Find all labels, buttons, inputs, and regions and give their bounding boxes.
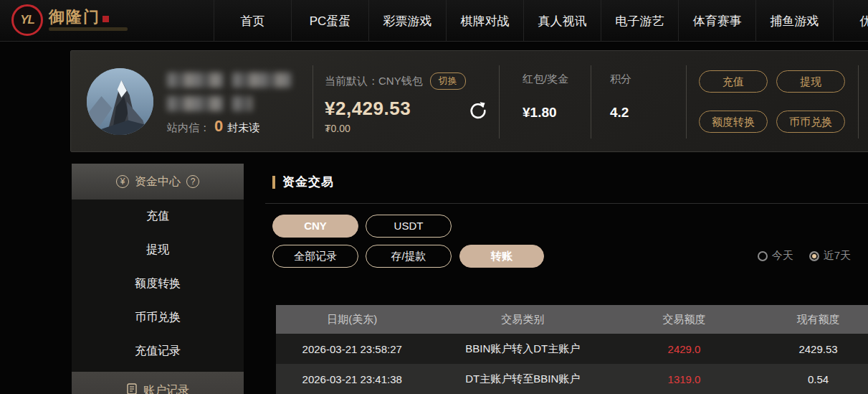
inbox-status: 站内信： 0 封未读: [167, 117, 259, 136]
page: { "brand": { "monogram": "YL", "name": "…: [0, 0, 868, 394]
col-header-balance: 现有额度: [751, 305, 868, 334]
bonus-label: 红包/奖金: [523, 72, 568, 86]
nav-item-live-casino[interactable]: 真人视讯: [523, 0, 601, 42]
redacted-block: [167, 96, 223, 111]
points-label: 积分: [610, 72, 631, 86]
radio-last-7-days[interactable]: 近7天: [809, 249, 851, 263]
cell-date: 2026-03-21 23:58:27: [276, 334, 429, 364]
transactions-table: 日期(美东) 交易类别 交易额度 现有额度 2026-03-21 23:58:2…: [276, 305, 868, 394]
sidebar-item-deposit[interactable]: 充值: [72, 200, 244, 233]
divider: [858, 65, 859, 139]
withdraw-button[interactable]: 提现: [776, 70, 845, 93]
refresh-balance-button[interactable]: [467, 100, 490, 123]
nav-item-promotions[interactable]: 优惠: [833, 0, 868, 42]
brand-logo-icon: YL: [11, 4, 43, 36]
bonus-value: ¥1.80: [523, 105, 568, 121]
divider: [686, 65, 687, 139]
page-title: 资金交易: [282, 174, 334, 190]
cell-balance: 0.54: [751, 364, 868, 394]
nav-item-sports[interactable]: 体育赛事: [678, 0, 755, 42]
inbox-unread-count[interactable]: 0: [214, 117, 223, 136]
sidebar-item-account-records[interactable]: 账户记录: [72, 372, 244, 394]
brand-name-text: 御隆门: [49, 8, 100, 26]
main-content: 资金交易 CNY USDT 全部记录 存/提款 转账 今天 近7天 日期(美东)…: [265, 164, 868, 394]
nav-item-board-games[interactable]: 棋牌对战: [446, 0, 523, 42]
tab-filter-transfer[interactable]: 转账: [459, 245, 544, 268]
cell-amount: 1319.0: [617, 364, 751, 394]
table-header-row: 日期(美东) 交易类别 交易额度 现有额度: [276, 305, 868, 334]
username-redacted: [167, 72, 291, 88]
nav-item-fishing[interactable]: 捕鱼游戏: [755, 0, 833, 42]
inbox-suffix: 封未读: [227, 121, 259, 135]
tab-currency-usdt[interactable]: USDT: [366, 215, 452, 238]
bonus-section: 红包/奖金 ¥1.80: [523, 72, 568, 121]
avatar-mountain-image: [87, 68, 153, 135]
redacted-block: [167, 72, 223, 88]
cell-type: DT主账户转至BBIN账户: [429, 364, 618, 394]
table-row[interactable]: 2026-03-21 23:58:27 BBIN账户转入DT主账户 2429.0…: [276, 334, 868, 364]
brand-seal-icon: [102, 16, 109, 22]
brand-logo[interactable]: YL 御隆门: [11, 4, 128, 36]
document-icon: [126, 383, 138, 394]
col-header-amount: 交易额度: [617, 305, 751, 334]
col-header-date: 日期(美东): [276, 305, 429, 334]
sidebar-header-funds-center: ¥ 资金中心 ?: [72, 164, 244, 200]
divider: [265, 203, 868, 204]
divider: [313, 65, 313, 139]
radio-today[interactable]: 今天: [758, 249, 793, 263]
points-section: 积分 4.2: [610, 72, 631, 121]
nav-item-pc-egg[interactable]: PC蛋蛋: [291, 0, 368, 42]
cell-date: 2026-03-21 23:41:38: [276, 364, 429, 394]
points-value: 4.2: [610, 105, 631, 121]
wallet-balance-cny: ¥2,429.53: [325, 98, 466, 120]
tab-currency-cny[interactable]: CNY: [272, 215, 358, 238]
sidebar-item-quota-transfer[interactable]: 额度转换: [72, 267, 244, 301]
wallet-default-label: 当前默认：CNY钱包: [325, 75, 423, 88]
divider: [499, 65, 500, 139]
main-nav: 首页 PC蛋蛋 彩票游戏 棋牌对战 真人视讯 电子游艺 体育赛事 捕鱼游戏 优惠: [214, 0, 868, 42]
section-title-row: 资金交易: [272, 174, 334, 190]
wallet-switch-button[interactable]: 切换: [430, 72, 466, 90]
inbox-label: 站内信：: [167, 121, 210, 135]
user-summary-panel: 站内信： 0 封未读 当前默认：CNY钱包 切换 ¥2,429.53 ₮0.00…: [70, 50, 868, 152]
col-header-type: 交易类别: [429, 305, 618, 334]
wallet-section: 当前默认：CNY钱包 切换 ¥2,429.53 ₮0.00: [325, 72, 466, 134]
divider: [591, 65, 591, 139]
top-navbar: YL 御隆门 首页 PC蛋蛋 彩票游戏 棋牌对战 真人视讯 电子游艺 体育赛事 …: [0, 0, 868, 42]
deposit-button[interactable]: 充值: [699, 70, 768, 93]
sidebar-item-coin-exchange[interactable]: 币币兑换: [72, 301, 244, 334]
redacted-block: [232, 72, 291, 88]
quick-actions: 充值 提现 额度转换 币币兑换: [699, 70, 846, 133]
sidebar-item-deposit-records[interactable]: 充值记录: [72, 334, 244, 368]
sidebar: ¥ 资金中心 ? 充值 提现 额度转换 币币兑换 充值记录 账户记录: [72, 164, 244, 394]
radio-today-label: 今天: [772, 249, 793, 263]
cell-amount: 2429.0: [617, 334, 751, 364]
brand-name: 御隆门: [49, 9, 128, 25]
nav-item-home[interactable]: 首页: [214, 0, 291, 42]
radio-last-7-days-label: 近7天: [824, 249, 851, 263]
table-row[interactable]: 2026-03-21 23:41:38 DT主账户转至BBIN账户 1319.0…: [276, 364, 868, 394]
quota-transfer-button[interactable]: 额度转换: [699, 111, 768, 133]
radio-last-7-days-dot: [809, 251, 819, 261]
sidebar-header-label: 资金中心: [135, 174, 181, 189]
tab-filter-all-records[interactable]: 全部记录: [272, 245, 358, 268]
date-range-radios: 今天 近7天: [758, 249, 851, 263]
coin-icon: ¥: [116, 175, 129, 188]
wallet-balance-usdt: ₮0.00: [325, 123, 466, 134]
refresh-icon: [467, 100, 489, 121]
tab-filter-deposit-withdraw[interactable]: 存/提款: [366, 245, 452, 268]
sidebar-footer-label: 账户记录: [143, 383, 189, 394]
avatar[interactable]: [87, 68, 153, 135]
brand-text-block: 御隆门: [49, 9, 128, 31]
brand-tagline-redacted: [49, 27, 128, 31]
radio-today-dot: [758, 251, 768, 261]
nav-item-lottery[interactable]: 彩票游戏: [368, 0, 446, 42]
userinfo-redacted: [167, 96, 252, 111]
title-accent-bar: [272, 176, 275, 189]
sidebar-item-withdraw[interactable]: 提现: [72, 233, 244, 267]
nav-item-slots[interactable]: 电子游艺: [601, 0, 678, 42]
cell-balance: 2429.53: [751, 334, 868, 364]
redacted-block: [232, 96, 252, 111]
coin-exchange-button[interactable]: 币币兑换: [776, 111, 845, 133]
help-icon[interactable]: ?: [186, 175, 199, 188]
